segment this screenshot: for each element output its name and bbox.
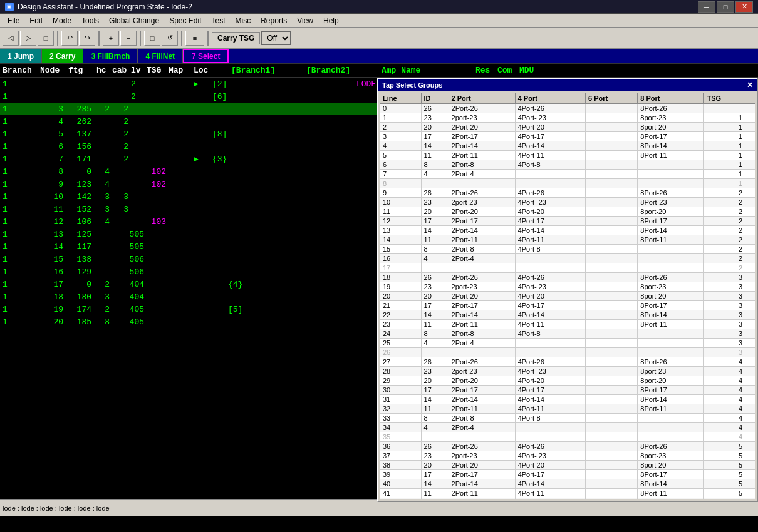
toolbar: ◁ ▷ □ ↩ ↪ + − □ ↺ ≡ Carry TSG Off On <box>0 28 758 49</box>
dialog-cell: 2port-23 <box>449 282 515 292</box>
dialog-cell: 26 <box>380 348 422 357</box>
col-header-branch2: [Branch2] <box>306 66 382 75</box>
toolbar-btn-9[interactable]: ↺ <box>162 31 178 46</box>
toolbar-btn-1[interactable]: ◁ <box>3 31 19 46</box>
cell-node: 18 <box>40 292 68 302</box>
dialog-cell <box>449 432 515 442</box>
dialog-table-row[interactable]: 22142Port-144Port-148Port-143 <box>380 310 755 320</box>
tab-1jump[interactable]: 1 Jump <box>0 49 42 63</box>
dialog-table-row[interactable]: 2482Port-84Port-83 <box>380 329 755 339</box>
dialog-table-row[interactable]: 3382Port-84Port-84 <box>380 414 755 423</box>
dialog-cell <box>586 461 638 470</box>
dialog-table-row[interactable]: 38202Port-204Port-208port-205 <box>380 461 755 470</box>
dialog-table-row[interactable]: 37232port-234Port- 238port-235 <box>380 451 755 461</box>
dialog-table-row[interactable]: 263 <box>380 348 755 357</box>
dialog-cell: 8Port-14 <box>638 395 704 404</box>
tab-4fillnet[interactable]: 4 FillNet <box>138 49 183 63</box>
dialog-cell: 4Port-17 <box>515 132 585 141</box>
dialog-table-row[interactable]: 4142Port-144Port-148Port-141 <box>380 141 755 151</box>
dialog-close-button[interactable]: ✕ <box>747 81 753 90</box>
dialog-table-row[interactable]: 1232port-234Port- 238port-231 <box>380 113 755 123</box>
scroll-spacer <box>745 170 755 179</box>
menu-specedit[interactable]: Spec Edit <box>164 15 206 26</box>
menu-globalchange[interactable]: Global Change <box>104 15 164 26</box>
dialog-table-row[interactable]: 14112Port-114Port-118Port-112 <box>380 235 755 245</box>
dialog-cell <box>449 179 515 188</box>
dialog-table-row[interactable]: 23112Port-114Port-118Port-113 <box>380 320 755 329</box>
dialog-table-row[interactable]: 742Port-41 <box>380 170 755 179</box>
toolbar-btn-7[interactable]: − <box>120 31 137 46</box>
menu-misc[interactable]: Misc <box>231 15 256 26</box>
menu-mode[interactable]: Mode <box>48 15 76 26</box>
carry-tsg-dropdown[interactable]: Off On <box>261 31 291 45</box>
dialog-table-row[interactable]: 10232port-234Port- 238Port-232 <box>380 198 755 207</box>
toolbar-btn-4[interactable]: ↩ <box>61 31 78 46</box>
dialog-table-row[interactable]: 0262Port-264Port-268Port-26 <box>380 104 755 113</box>
dialog-table-row[interactable]: 3442Port-44 <box>380 423 755 432</box>
dialog-cell: 41 <box>380 489 422 498</box>
scroll-spacer <box>745 470 755 479</box>
menu-test[interactable]: Test <box>207 15 231 26</box>
dialog-table-row[interactable]: 354 <box>380 432 755 442</box>
menu-tools[interactable]: Tools <box>76 15 104 26</box>
tab-2carry[interactable]: 2 Carry <box>42 49 83 63</box>
dialog-cell: 4 <box>704 432 745 442</box>
menu-edit[interactable]: Edit <box>24 15 48 26</box>
dialog-table-row[interactable]: 30172Port-174Port-178Port-174 <box>380 386 755 395</box>
dialog-cell: 4Port-20 <box>515 461 585 470</box>
dialog-table-row[interactable]: 2542Port-43 <box>380 339 755 348</box>
minimize-button[interactable]: ─ <box>698 1 715 13</box>
dialog-cell: 14 <box>380 235 422 245</box>
dialog-table-row[interactable]: 172 <box>380 263 755 273</box>
toolbar-btn-2[interactable]: ▷ <box>20 31 36 46</box>
tab-7select[interactable]: 7 Select <box>183 49 229 63</box>
dialog-table-row[interactable]: 2202Port-204Port-208port-201 <box>380 123 755 132</box>
dialog-table-row[interactable]: 40142Port-144Port-148Port-145 <box>380 479 755 489</box>
dialog-cell: 19 <box>380 282 422 292</box>
dialog-table-row[interactable]: 18262Port-264Port-268Port-263 <box>380 273 755 282</box>
dialog-table-row[interactable]: 28232port-234Port- 238port-234 <box>380 367 755 376</box>
toolbar-btn-3[interactable]: □ <box>38 31 54 46</box>
dialog-cell: 5 <box>380 151 422 160</box>
menu-view[interactable]: View <box>292 15 318 26</box>
cell-ftg: 0 <box>68 280 96 289</box>
dialog-table-row[interactable]: 9262Port-264Port-268Port-262 <box>380 188 755 198</box>
dialog-table-row[interactable]: 13142Port-144Port-148Port-142 <box>380 226 755 235</box>
cell-node: 20 <box>40 317 68 327</box>
toolbar-btn-5[interactable]: ↪ <box>79 31 95 46</box>
cell-cab: 506 <box>112 255 147 264</box>
toolbar-btn-8[interactable]: □ <box>144 31 160 46</box>
tab-3fillbrnch[interactable]: 3 FillBrnch <box>83 49 138 63</box>
dialog-table-row[interactable]: 81 <box>380 179 755 188</box>
dialog-table-row[interactable]: 27262Port-264Port-268Port-264 <box>380 357 755 367</box>
menu-help[interactable]: Help <box>318 15 344 26</box>
dialog-table-row[interactable]: 31142Port-144Port-148Port-144 <box>380 395 755 404</box>
close-button[interactable]: ✕ <box>735 1 753 13</box>
toolbar-btn-10[interactable]: ≡ <box>185 31 204 46</box>
dialog-table-row[interactable]: 4282Port-85 <box>380 498 755 500</box>
dialog-table-row[interactable]: 5112Port-114Port-118Port-111 <box>380 151 755 160</box>
dialog-table-container[interactable]: Line ID 2 Port 4 Port 6 Port 8 Port TSG … <box>380 93 755 499</box>
dialog-table-row[interactable]: 682Port-84Port-81 <box>380 160 755 170</box>
dialog-table-row[interactable]: 29202Port-204Port-208port-204 <box>380 376 755 386</box>
dialog-table-row[interactable]: 20202Port-204Port-208port-203 <box>380 292 755 301</box>
dialog-table-row[interactable]: 39172Port-174Port-178Port-175 <box>380 470 755 479</box>
dialog-table-row[interactable]: 36262Port-264Port-268Port-265 <box>380 442 755 451</box>
dialog-table-row[interactable]: 32112Port-114Port-118Port-114 <box>380 404 755 414</box>
dialog-table-row[interactable]: 21172Port-174Port-178Port-173 <box>380 301 755 310</box>
dialog-cell: 8 <box>421 245 449 254</box>
menu-reports[interactable]: Reports <box>256 15 292 26</box>
dialog-cell: 2Port-20 <box>449 376 515 386</box>
dialog-table-row[interactable]: 41112Port-114Port-118Port-115 <box>380 489 755 498</box>
dialog-table-row[interactable]: 1642Port-42 <box>380 254 755 263</box>
scroll-spacer <box>745 301 755 310</box>
dialog-table-row[interactable]: 1582Port-84Port-82 <box>380 245 755 254</box>
maximize-button[interactable]: □ <box>717 1 734 13</box>
dialog-table-row[interactable]: 12172Port-174Port-178Port-172 <box>380 217 755 226</box>
menu-file[interactable]: File <box>3 15 24 26</box>
dialog-table-row[interactable]: 11202Port-204Port-208port-202 <box>380 207 755 217</box>
dialog-table-row[interactable]: 19232port-234Port- 238port-233 <box>380 282 755 292</box>
toolbar-btn-6[interactable]: + <box>103 31 119 46</box>
dialog-table-row[interactable]: 3172Port-174Port-178Port-171 <box>380 132 755 141</box>
cell-lv: 2 <box>131 92 147 101</box>
